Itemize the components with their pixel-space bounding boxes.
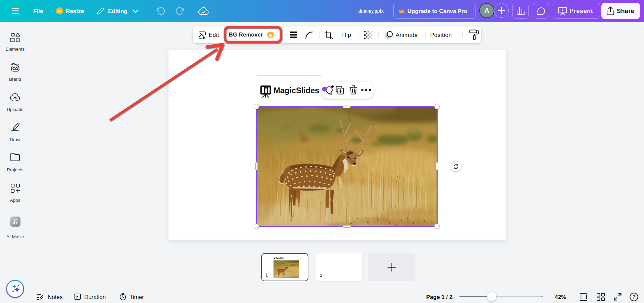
svg-text:?: ? xyxy=(633,294,636,300)
